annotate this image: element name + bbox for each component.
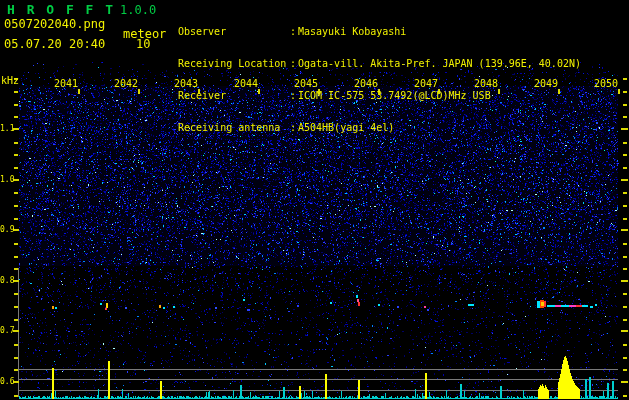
app-title: H R O F F T [7,2,115,17]
x-tick-label: 2043 [173,78,199,89]
x-tick-label: 2045 [293,78,319,89]
info-value: A504HB(yagi 4el) [298,122,394,133]
info-row-receiver: Receiver:ICOM IC-575 53.7492(@LCD)MHz US… [178,91,581,102]
freq-unit-label: kHz [1,75,19,86]
info-label: Receiving antenna [178,123,290,134]
info-label: Receiver [178,91,290,102]
x-tick-label: 2047 [413,78,439,89]
info-value: Masayuki Kobayashi [298,26,406,37]
y-tick-label: 1.0 [0,175,13,184]
x-tick-label: 2042 [113,78,139,89]
x-tick-label: 2050 [593,78,619,89]
y-tick-label: 0.7 [0,326,13,335]
y-tick-label: 0.8 [0,276,13,285]
meteor-count: 10 [136,37,150,51]
y-tick-label: 0.9 [0,225,13,234]
info-value: ICOM IC-575 53.7492(@LCD)MHz USB [298,90,491,101]
info-colon: : [290,123,298,134]
x-tick-label: 2046 [353,78,379,89]
datetime-label: 05.07.20 20:40 [4,37,105,51]
info-colon: : [290,59,298,70]
info-colon: : [290,27,298,38]
info-row-location: Receiving Location:Ogata-vill. Akita-Pre… [178,59,581,70]
filename-label: 0507202040.png [4,17,105,31]
app-version: 1.0.0 [120,3,156,17]
x-tick-label: 2048 [473,78,499,89]
info-label: Receiving Location [178,59,290,70]
y-tick-label: 1.1 [0,124,13,133]
hrofft-screen: H R O F F T 1.0.0 0507202040.png meteor … [0,0,629,400]
x-tick-label: 2044 [233,78,259,89]
y-tick-label: 0.6 [0,377,13,386]
x-tick-label: 2041 [53,78,79,89]
x-tick-label: 2049 [533,78,559,89]
info-value: Ogata-vill. Akita-Pref. JAPAN (139.96E, … [298,58,581,69]
info-colon: : [290,91,298,102]
info-row-antenna: Receiving antenna:A504HB(yagi 4el) [178,123,581,134]
info-label: Observer [178,27,290,38]
info-row-observer: Observer:Masayuki Kobayashi [178,27,581,38]
